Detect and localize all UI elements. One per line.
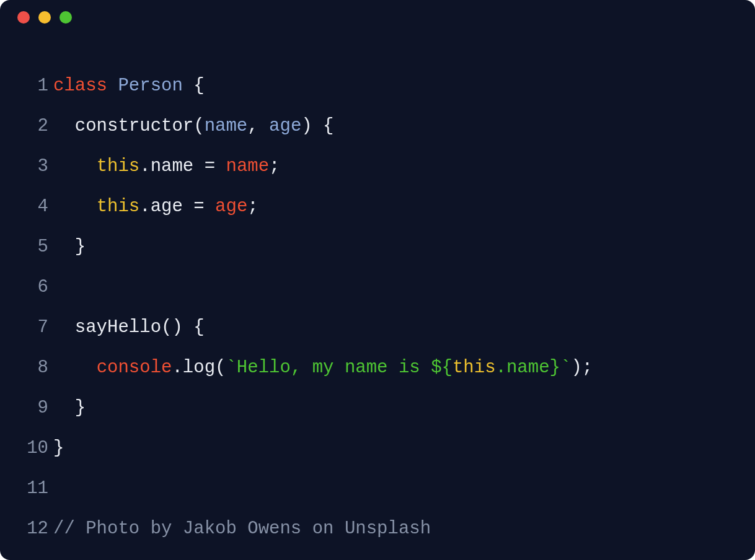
window-titlebar — [0, 0, 755, 35]
code-line: 11 — [19, 468, 736, 509]
code-token: , — [247, 116, 269, 136]
code-content — [48, 468, 53, 509]
minimize-icon[interactable] — [38, 11, 51, 24]
code-token: Person — [118, 76, 193, 96]
code-line: 7 sayHello() { — [19, 307, 736, 348]
code-token: this — [453, 357, 496, 378]
code-token: { — [193, 76, 204, 96]
code-line: 10} — [19, 428, 736, 468]
code-content: } — [48, 428, 64, 468]
code-token — [53, 357, 97, 378]
code-line: 1class Person { — [19, 66, 736, 106]
code-token: constructor( — [53, 116, 205, 136]
code-content: } — [48, 388, 86, 428]
code-token: console — [97, 357, 172, 378]
code-content: class Person { — [48, 66, 205, 106]
line-number: 10 — [19, 428, 48, 468]
code-token: ; — [247, 196, 258, 217]
code-token: .name}` — [496, 357, 572, 378]
code-token: ; — [269, 156, 280, 177]
code-line: 12// Photo by Jakob Owens on Unsplash — [19, 509, 736, 549]
code-content: constructor(name, age) { — [48, 106, 334, 146]
code-content: } — [48, 227, 86, 267]
line-number: 1 — [19, 66, 48, 106]
code-line: 4 this.age = age; — [19, 186, 736, 227]
zoom-icon[interactable] — [60, 11, 72, 24]
code-line: 5 } — [19, 227, 736, 267]
code-line: 9 } — [19, 388, 736, 428]
code-token: this — [97, 156, 140, 177]
code-token: } — [53, 398, 86, 418]
code-token: age — [215, 196, 247, 217]
code-content: // Photo by Jakob Owens on Unsplash — [48, 509, 431, 549]
code-line: 2 constructor(name, age) { — [19, 106, 736, 146]
line-number: 4 — [19, 186, 48, 227]
code-token — [53, 156, 97, 177]
code-token: ) { — [301, 116, 333, 136]
line-number: 11 — [19, 468, 48, 509]
code-token: } — [53, 237, 86, 257]
code-token: sayHello() { — [53, 317, 205, 338]
code-token: .name = — [139, 156, 226, 177]
code-token: } — [53, 438, 64, 458]
code-token: ); — [571, 357, 593, 378]
close-icon[interactable] — [17, 11, 30, 24]
line-number: 9 — [19, 388, 48, 428]
line-number: 2 — [19, 106, 48, 146]
code-token: .age = — [139, 196, 215, 217]
code-token: this — [97, 196, 140, 217]
code-token: name — [205, 116, 248, 136]
code-token: age — [269, 116, 301, 136]
code-content: console.log(`Hello, my name is ${this.na… — [48, 348, 593, 388]
code-content: sayHello() { — [48, 307, 205, 348]
line-number: 12 — [19, 509, 48, 549]
code-line: 6 — [19, 267, 736, 307]
line-number: 8 — [19, 348, 48, 388]
code-content: this.name = name; — [48, 146, 280, 186]
code-content: this.age = age; — [48, 186, 258, 227]
code-token: `Hello, my name is — [226, 357, 431, 378]
code-token: .log( — [172, 357, 226, 378]
code-line: 8 console.log(`Hello, my name is ${this.… — [19, 348, 736, 388]
code-content — [48, 267, 53, 307]
line-number: 6 — [19, 267, 48, 307]
line-number: 3 — [19, 146, 48, 186]
code-token — [53, 196, 97, 217]
line-number: 5 — [19, 227, 48, 267]
code-token: class — [53, 76, 118, 96]
code-editor[interactable]: 1class Person {2 constructor(name, age) … — [0, 35, 755, 560]
code-window: 1class Person {2 constructor(name, age) … — [0, 0, 755, 560]
code-token: ${ — [431, 357, 453, 378]
code-line: 3 this.name = name; — [19, 146, 736, 186]
line-number: 7 — [19, 307, 48, 348]
code-token: // Photo by Jakob Owens on Unsplash — [53, 518, 431, 539]
code-token: name — [226, 156, 269, 177]
